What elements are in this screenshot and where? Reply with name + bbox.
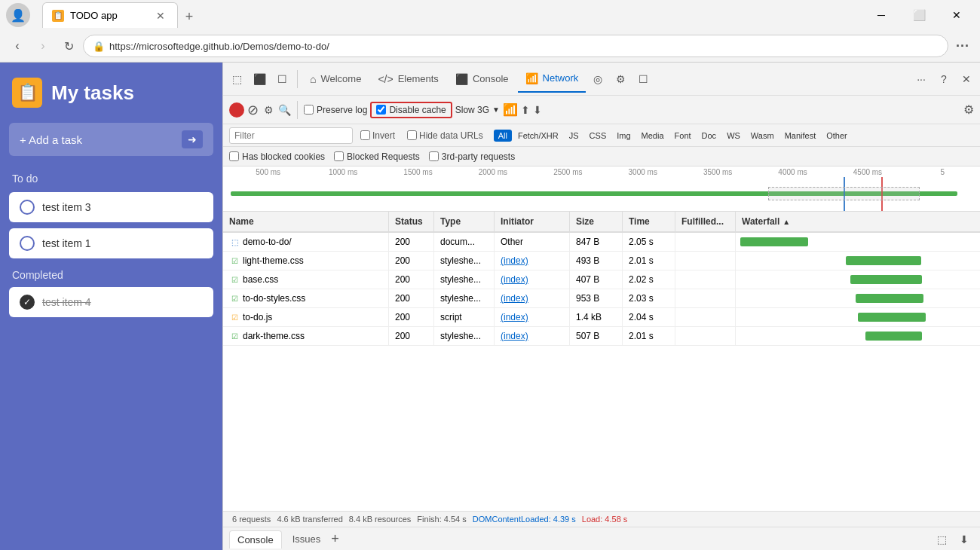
table-row[interactable]: ☑ light-theme.css 200 styleshe... (index… xyxy=(223,252,980,270)
type-css-button[interactable]: CSS xyxy=(585,130,611,142)
settings-button[interactable]: ⚙ xyxy=(610,69,631,90)
back-button[interactable]: ‹ xyxy=(6,35,29,57)
table-row[interactable]: ☑ to-do-styles.css 200 styleshe... (inde… xyxy=(223,289,980,308)
initiator-link-3[interactable]: (index) xyxy=(501,293,528,304)
initiator-link-1[interactable]: (index) xyxy=(501,255,528,266)
table-row[interactable]: ⬚ demo-to-do/ 200 docum... Other 847 B 2… xyxy=(223,233,980,252)
initiator-link-2[interactable]: (index) xyxy=(501,274,528,285)
add-panel-button[interactable]: + xyxy=(331,531,339,547)
inspect-element-button[interactable]: ⬚ xyxy=(226,69,247,90)
type-all-button[interactable]: All xyxy=(494,130,512,142)
type-doc-button[interactable]: Doc xyxy=(697,130,721,142)
type-js-button[interactable]: JS xyxy=(565,130,583,142)
address-bar[interactable]: 🔒 xyxy=(83,35,948,57)
tl-1000: 1000 ms xyxy=(305,168,380,176)
invert-checkbox[interactable]: Invert xyxy=(356,129,400,142)
td-time-0: 2.05 s xyxy=(623,233,675,251)
table-row[interactable]: ☑ dark-theme.css 200 styleshe... (index)… xyxy=(223,327,980,346)
device-emulation-button[interactable]: ☐ xyxy=(271,69,292,90)
th-size[interactable]: Size xyxy=(570,212,623,231)
search-network-button[interactable]: 🔍 xyxy=(278,104,291,116)
td-time-5: 2.01 s xyxy=(623,327,675,345)
record-button[interactable] xyxy=(229,102,244,118)
more-options-button[interactable]: ··· xyxy=(951,35,974,57)
network-settings-button[interactable]: ⚙ xyxy=(963,102,974,117)
blocked-cookies-checkbox[interactable]: Has blocked cookies xyxy=(229,151,325,162)
td-initiator-5[interactable]: (index) xyxy=(495,327,570,345)
task-item-3[interactable]: test item 3 xyxy=(9,192,213,222)
preserve-log-input[interactable] xyxy=(304,105,314,115)
add-task-button[interactable]: + Add a task ➜ xyxy=(9,123,213,156)
filter-options-button[interactable]: ⚙ xyxy=(262,103,275,117)
type-wasm-button[interactable]: Wasm xyxy=(746,130,779,142)
th-initiator[interactable]: Initiator xyxy=(495,212,570,231)
close-button[interactable]: ✕ xyxy=(939,3,974,27)
task-item-4[interactable]: ✓ test item 4 xyxy=(9,287,213,317)
forward-button[interactable]: › xyxy=(32,35,54,57)
active-tab[interactable]: 📋 TODO app ✕ xyxy=(42,2,178,28)
initiator-link-4[interactable]: (index) xyxy=(501,312,528,322)
th-waterfall[interactable]: Waterfall ▲ xyxy=(736,212,980,231)
blocked-requests-input[interactable] xyxy=(334,151,344,161)
tab-network[interactable]: 📶 Network xyxy=(518,66,586,93)
td-initiator-4[interactable]: (index) xyxy=(495,308,570,326)
invert-input[interactable] xyxy=(360,130,370,140)
tab-elements[interactable]: </> Elements xyxy=(370,66,446,93)
th-status[interactable]: Status xyxy=(389,212,434,231)
blocked-cookies-input[interactable] xyxy=(229,151,239,161)
disable-cache-checkbox[interactable]: Disable cache xyxy=(376,105,446,115)
third-party-checkbox[interactable]: 3rd-party requests xyxy=(429,151,515,162)
new-tab-button[interactable]: + xyxy=(178,5,201,28)
type-manifest-button[interactable]: Manifest xyxy=(780,130,821,142)
type-img-button[interactable]: Img xyxy=(612,130,635,142)
type-font-button[interactable]: Font xyxy=(670,130,696,142)
restore-button[interactable]: ⬜ xyxy=(902,3,936,27)
screen-cast-button[interactable]: ☐ xyxy=(632,69,654,90)
initiator-link-5[interactable]: (index) xyxy=(501,331,528,341)
tab-console[interactable]: ⬛ Console xyxy=(448,66,516,93)
task-item-1[interactable]: test item 1 xyxy=(9,228,213,258)
hide-data-urls-checkbox[interactable]: Hide data URLs xyxy=(403,129,488,142)
task-checkbox-1[interactable] xyxy=(20,236,35,251)
undock-button[interactable]: ⬚ xyxy=(932,530,951,549)
devtools-close-button[interactable]: ✕ xyxy=(956,69,977,90)
th-fulfilled[interactable]: Fulfilled... xyxy=(675,212,736,231)
td-size-5: 507 B xyxy=(570,327,623,345)
type-media-button[interactable]: Media xyxy=(637,130,669,142)
device-toggle-button[interactable]: ⬛ xyxy=(249,69,270,90)
help-button[interactable]: ? xyxy=(933,69,954,90)
blocked-requests-checkbox[interactable]: Blocked Requests xyxy=(334,151,420,162)
th-name[interactable]: Name xyxy=(223,212,389,231)
url-input[interactable] xyxy=(109,41,939,52)
table-row[interactable]: ☑ base.css 200 styleshe... (index) 407 B… xyxy=(223,270,980,289)
wifi-icon[interactable]: 📶 xyxy=(503,102,518,117)
th-type[interactable]: Type xyxy=(434,212,495,231)
preserve-log-checkbox[interactable]: Preserve log xyxy=(304,105,367,115)
disable-cache-input[interactable] xyxy=(376,105,386,115)
hide-data-urls-input[interactable] xyxy=(407,130,417,140)
timeline-selection[interactable] xyxy=(768,187,920,200)
table-row[interactable]: ☑ to-do.js 200 script (index) 1.4 kB 2.0… xyxy=(223,308,980,327)
td-initiator-1[interactable]: (index) xyxy=(495,252,570,270)
bottom-tab-console[interactable]: Console xyxy=(229,530,282,548)
type-fetch-xhr-button[interactable]: Fetch/XHR xyxy=(513,130,563,142)
type-ws-button[interactable]: WS xyxy=(722,130,745,142)
task-checkbox-3[interactable] xyxy=(20,200,35,215)
clear-button[interactable]: ⊘ xyxy=(247,102,259,118)
type-other-button[interactable]: Other xyxy=(822,130,852,142)
td-initiator-2[interactable]: (index) xyxy=(495,270,570,289)
third-party-input[interactable] xyxy=(429,151,439,161)
refresh-button[interactable]: ↻ xyxy=(57,35,80,57)
bottom-tab-issues[interactable]: Issues xyxy=(285,530,329,548)
th-time[interactable]: Time xyxy=(623,212,675,231)
tab-close-button[interactable]: ✕ xyxy=(153,8,168,23)
filter-input[interactable] xyxy=(229,127,353,144)
task-checkbox-4[interactable]: ✓ xyxy=(20,295,35,310)
close-drawer-button[interactable]: ⬇ xyxy=(954,530,974,549)
tab-welcome[interactable]: ⌂ Welcome xyxy=(302,66,369,93)
throttling-selector[interactable]: Slow 3G ▼ xyxy=(455,105,500,115)
td-initiator-3[interactable]: (index) xyxy=(495,289,570,307)
minimize-button[interactable]: ─ xyxy=(864,3,899,27)
performance-button[interactable]: ◎ xyxy=(587,69,608,90)
more-tabs-button[interactable]: ··· xyxy=(911,69,932,90)
